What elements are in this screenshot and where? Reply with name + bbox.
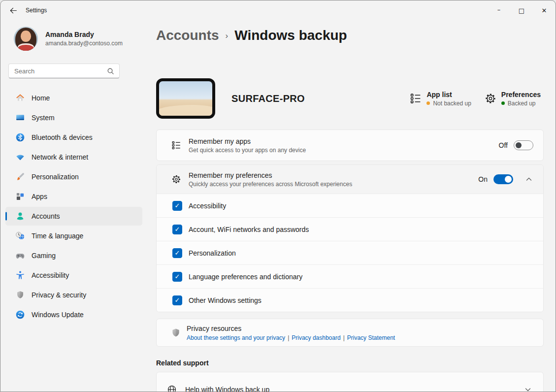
remember-apps-toggle[interactable] (514, 140, 533, 150)
help-with-windows-backup-row[interactable]: Help with Windows back up (156, 372, 544, 392)
close-button[interactable]: ✕ (533, 0, 556, 20)
search-icon[interactable] (107, 67, 119, 75)
sidebar-item-label: Time & language (32, 232, 83, 240)
sidebar-item-label: Windows Update (32, 311, 84, 319)
checkbox-label: Language preferences and dictionary (189, 273, 302, 281)
breadcrumb-separator-icon: › (226, 31, 229, 41)
sidebar-item-privacy-security[interactable]: Privacy & security (5, 286, 142, 304)
sidebar-item-label: Personalization (32, 173, 79, 181)
window-title: Settings (26, 7, 47, 14)
preferences-status: Preferences Backed up (485, 91, 541, 107)
back-button[interactable] (3, 0, 22, 20)
search-input[interactable] (9, 67, 107, 75)
status-text: Backed up (508, 100, 536, 107)
sidebar-item-label: Accounts (32, 212, 60, 220)
privacy-resources-title: Privacy resources (187, 325, 395, 332)
app-list-status: App list Not backed up (410, 91, 471, 107)
app-list-icon (410, 93, 422, 104)
account-profile[interactable]: Amanda Brady amanda.brady@contoso.com (0, 20, 148, 51)
privacy-statement-link[interactable]: Privacy Statement (347, 334, 395, 341)
update-icon (15, 310, 25, 320)
setting-subtitle: Quickly access your preferences across M… (189, 181, 352, 188)
checkbox-label: Accessibility (189, 202, 226, 210)
sidebar-item-label: Bluetooth & devices (32, 133, 93, 141)
sidebar-item-label: Accessibility (32, 271, 69, 279)
system-icon (15, 113, 25, 123)
paintbrush-icon (15, 172, 25, 182)
globe-icon (167, 385, 177, 392)
remember-my-preferences-card: Remember my preferences Quickly access y… (156, 164, 544, 312)
accessibility-checkbox[interactable]: ✓ (172, 201, 182, 211)
sidebar-item-network-internet[interactable]: Network & internet (5, 148, 142, 166)
gear-icon (171, 174, 181, 184)
sidebar-item-bluetooth-devices[interactable]: Bluetooth & devices (5, 128, 142, 147)
remember-preferences-header[interactable]: Remember my preferences Quickly access y… (157, 165, 543, 194)
maximize-button[interactable]: □ (510, 0, 533, 20)
account-wifi-checkbox[interactable]: ✓ (172, 225, 182, 234)
sidebar-item-accounts[interactable]: Accounts (5, 207, 142, 226)
remember-preferences-toggle[interactable] (493, 174, 513, 184)
related-support-heading: Related support (156, 359, 544, 367)
chevron-up-icon (525, 176, 532, 183)
toggle-state-label: On (478, 175, 488, 183)
sidebar-item-system[interactable]: System (5, 108, 142, 127)
shield-icon (15, 290, 25, 300)
checkbox-label: Other Windows settings (189, 296, 262, 304)
chevron-down-icon[interactable] (524, 386, 531, 392)
gear-icon (485, 93, 496, 104)
preference-row-other-windows-settings: ✓ Other Windows settings (157, 288, 543, 312)
search-box (8, 64, 120, 78)
status-text: Not backed up (433, 100, 471, 107)
sidebar-item-home[interactable]: Home (5, 89, 142, 107)
sidebar-item-gaming[interactable]: Gaming (5, 246, 142, 265)
home-icon (15, 93, 25, 103)
minimize-button[interactable]: – (488, 0, 510, 20)
settings-window: Settings – □ ✕ Amanda Brady amanda.brady… (0, 0, 556, 392)
preference-row-personalization: ✓ Personalization (157, 241, 543, 264)
setting-title: Remember my apps (189, 137, 306, 145)
avatar (14, 27, 38, 51)
sidebar-item-windows-update[interactable]: Windows Update (5, 305, 142, 324)
titlebar: Settings – □ ✕ (0, 0, 556, 20)
user-name: Amanda Brady (45, 31, 123, 38)
backup-statuses: App list Not backed up Preferences (410, 91, 544, 107)
preference-row-accessibility: ✓ Accessibility (157, 194, 543, 217)
device-header: SURFACE-PRO App list Not backed up (156, 78, 544, 119)
related-support-label: Help with Windows back up (185, 386, 269, 392)
status-dot-warning (426, 101, 430, 105)
sidebar-nav: Home System Bluetooth & devices Network … (0, 89, 148, 324)
clock-globe-icon (15, 231, 25, 241)
sidebar-item-apps[interactable]: Apps (5, 187, 142, 206)
link-separator: | (343, 334, 345, 341)
checkbox-label: Personalization (189, 249, 236, 257)
language-checkbox[interactable]: ✓ (172, 272, 182, 282)
collapse-button[interactable] (524, 175, 533, 184)
main-content: Accounts › Windows backup SURFACE-PRO Ap… (156, 20, 544, 392)
shield-icon (170, 327, 181, 338)
privacy-resources-card: Privacy resources About these settings a… (156, 319, 544, 347)
breadcrumb: Accounts › Windows backup (156, 27, 544, 43)
app-list-icon (171, 140, 181, 150)
bluetooth-icon (15, 132, 25, 142)
sidebar-item-time-language[interactable]: Time & language (5, 227, 142, 245)
setting-subtitle: Get quick access to your apps on any dev… (189, 147, 306, 154)
sidebar-item-label: Privacy & security (32, 291, 86, 299)
preference-row-language: ✓ Language preferences and dictionary (157, 264, 543, 288)
device-name: SURFACE-PRO (231, 93, 305, 104)
device-image (156, 78, 215, 119)
sidebar-item-accessibility[interactable]: Accessibility (5, 266, 142, 285)
breadcrumb-accounts[interactable]: Accounts (156, 27, 219, 43)
privacy-dashboard-link[interactable]: Privacy dashboard (292, 334, 340, 341)
privacy-settings-link[interactable]: About these settings and your privacy (187, 334, 285, 341)
status-dot-success (501, 101, 505, 105)
person-icon (15, 211, 25, 221)
gamepad-icon (15, 251, 25, 261)
other-settings-checkbox[interactable]: ✓ (172, 295, 182, 305)
sidebar-item-personalization[interactable]: Personalization (5, 167, 142, 186)
status-label: Preferences (501, 91, 541, 98)
accessibility-person-icon (15, 270, 25, 280)
preference-row-account-wifi: ✓ Account, WiFi networks and passwords (157, 217, 543, 241)
sidebar-item-label: System (32, 114, 55, 122)
sidebar-item-label: Home (32, 94, 50, 102)
personalization-checkbox[interactable]: ✓ (172, 248, 182, 258)
